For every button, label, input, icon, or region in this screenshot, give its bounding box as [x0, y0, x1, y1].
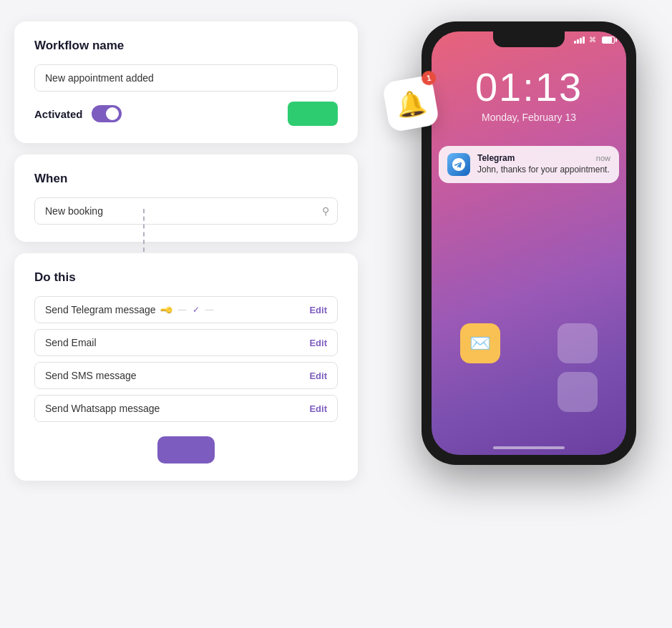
action-row-telegram: Send Telegram message 🔑 — ✓ — Edit: [34, 296, 338, 323]
actions-list: Send Telegram message 🔑 — ✓ — Edit Send …: [34, 296, 338, 422]
phone-screen: ⌘ 01:13 Monday, February 13: [432, 31, 626, 455]
bell-notification: 🔔 1: [386, 79, 436, 129]
sms-edit-link[interactable]: Edit: [309, 371, 327, 381]
status-icons: ⌘: [574, 36, 615, 44]
when-card: When ⚲: [14, 154, 358, 242]
phone-mockup: 🔔 1 ⌘: [407, 7, 651, 494]
tg-header: Telegram now: [477, 153, 610, 163]
email-edit-link[interactable]: Edit: [309, 338, 327, 348]
action-row-telegram-left: Send Telegram message 🔑 — ✓ —: [45, 304, 214, 315]
tg-app-name: Telegram: [477, 153, 515, 163]
email-action-label: Send Email: [45, 337, 97, 348]
clock-date: Monday, February 13: [432, 112, 626, 123]
battery-icon: [602, 36, 615, 44]
app-row-1: ✉️: [446, 323, 612, 363]
do-this-card: Do this Send Telegram message 🔑 — ✓ — Ed…: [14, 253, 358, 481]
app-row-2: [446, 363, 612, 412]
green-action-button[interactable]: [288, 102, 338, 126]
clock-time: 01:13: [432, 67, 626, 107]
activated-label: Activated: [34, 108, 83, 120]
action-row-whatsapp: Send Whatsapp message Edit: [34, 395, 338, 422]
signal-icon: [574, 36, 585, 44]
connector-vertical-1: [143, 209, 145, 252]
home-indicator: [493, 446, 565, 449]
dash-2: —: [205, 305, 214, 315]
empty-app-2: [557, 372, 598, 412]
telegram-logo-icon: [452, 158, 465, 171]
phone-apps: ✉️: [432, 323, 626, 412]
workflow-card-title: Workflow name: [34, 39, 338, 53]
whatsapp-action-label: Send Whatsapp message: [45, 403, 160, 414]
bell-icon-wrap: 🔔 1: [381, 74, 439, 132]
action-row-email: Send Email Edit: [34, 329, 338, 356]
telegram-action-label: Send Telegram message: [45, 304, 156, 315]
empty-app-1: [557, 323, 598, 363]
whatsapp-edit-link[interactable]: Edit: [309, 403, 327, 414]
sms-action-label: Send SMS message: [45, 370, 137, 381]
email-app-icon: ✉️: [460, 323, 500, 363]
telegram-notification: Telegram now John, thanks for your appoi…: [439, 146, 619, 183]
telegram-app-icon: [447, 153, 470, 176]
tg-notification-time: now: [596, 154, 610, 162]
status-bar: ⌘: [443, 36, 615, 44]
workflow-name-input[interactable]: [34, 64, 338, 92]
bell-icon: 🔔: [394, 87, 428, 121]
dash-1: —: [178, 305, 187, 315]
activated-row: Activated: [34, 102, 338, 126]
checkmark-icon: ✓: [193, 305, 200, 315]
gender-icon: ⚲: [322, 205, 329, 217]
trigger-input[interactable]: [34, 197, 338, 225]
telegram-edit-link[interactable]: Edit: [309, 305, 327, 315]
when-card-title: When: [34, 172, 338, 186]
phone-outer: ⌘ 01:13 Monday, February 13: [422, 21, 636, 465]
tg-message: John, thanks for your appointment.: [477, 165, 610, 175]
save-button[interactable]: [157, 436, 215, 463]
workflow-card: Workflow name Activated: [14, 21, 358, 143]
telegram-notification-content: Telegram now John, thanks for your appoi…: [477, 153, 610, 175]
do-this-card-title: Do this: [34, 270, 338, 285]
action-row-sms: Send SMS message Edit: [34, 362, 338, 389]
trigger-input-wrap: ⚲: [34, 197, 338, 225]
activated-toggle[interactable]: [92, 105, 122, 122]
clock-display: 01:13 Monday, February 13: [432, 67, 626, 123]
wifi-icon: ⌘: [589, 36, 596, 44]
key-icon: 🔑: [160, 303, 175, 318]
cards-area: Workflow name Activated When ⚲ → Do this…: [14, 21, 358, 492]
